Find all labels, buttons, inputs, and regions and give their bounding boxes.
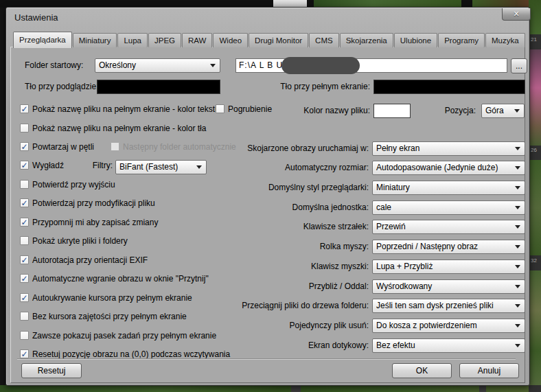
- tab-muzyka[interactable]: Muzyka: [485, 33, 525, 47]
- zoom-label: Przybliż / Oddal:: [212, 279, 369, 294]
- ok-button[interactable]: OK: [392, 363, 452, 378]
- browser-style-label: Domyślny styl przeglądarki:: [212, 181, 369, 195]
- chevron-down-icon: [515, 344, 520, 347]
- chevron-down-icon: [515, 304, 520, 308]
- fullscreen-bg-color-swatch[interactable]: [373, 80, 525, 94]
- tab-jpeg[interactable]: JPEG: [148, 33, 181, 47]
- thumbnail-label: 26: [531, 148, 537, 153]
- thumbnail-label: 21: [531, 37, 537, 43]
- chevron-down-icon: [196, 165, 202, 169]
- tab-ulubione[interactable]: Ulubione: [394, 33, 437, 47]
- chevron-down-icon: [515, 225, 520, 229]
- checkbox-label: Pokaż ukryte pliki i foldery: [32, 236, 128, 246]
- checkbox-reset-position[interactable]: ✓: [20, 349, 29, 358]
- chevron-down-icon: [515, 206, 520, 209]
- checkbox-show-taskbar[interactable]: [20, 331, 29, 340]
- scrollbar-thumb[interactable]: [273, 0, 307, 7]
- position-select[interactable]: Góra: [481, 104, 525, 118]
- startup-folder-select[interactable]: Określony: [95, 58, 220, 73]
- checkbox-confirm-modify[interactable]: ✓: [20, 198, 29, 207]
- photo-thumbnail[interactable]: [529, 49, 541, 146]
- checkbox-label: Powtarzaj w pętli: [32, 142, 94, 152]
- chevron-down-icon: [515, 265, 520, 268]
- photo-thumbnail[interactable]: [529, 160, 541, 255]
- default-unit-label: Domyślna jednostka:: [212, 200, 369, 215]
- chevron-down-icon: [515, 147, 520, 150]
- checkbox-filename-text-color[interactable]: ✓: [20, 104, 29, 113]
- checkbox-no-busy-cursor[interactable]: [20, 312, 29, 321]
- checkbox-remind-save[interactable]: ✓: [20, 218, 29, 227]
- filters-select[interactable]: BiFant (Fastest): [115, 160, 207, 174]
- checkbox-autohide-cursor[interactable]: ✓: [20, 293, 29, 302]
- position-label: Pozycja:: [418, 104, 476, 118]
- tab-przegladarka[interactable]: Przeglądarka: [13, 32, 72, 48]
- checkbox-label: Bez kursora zajętości przy pełnym ekrani…: [32, 312, 187, 322]
- chevron-down-icon: [515, 245, 520, 249]
- checkbox-autorotate-exif[interactable]: ✓: [20, 255, 29, 264]
- checkbox-label: Automatyczne wgranie obrazu w oknie "Prz…: [32, 274, 209, 284]
- checkbox-smooth[interactable]: ✓: [20, 161, 29, 170]
- arrow-keys-label: Klawisze strzałek:: [212, 220, 369, 234]
- tab-miniatury[interactable]: Miniatury: [73, 33, 117, 47]
- checkbox-label: Potwierdzaj przy modyfikacji pliku: [32, 198, 155, 209]
- screen: 21 26 32 Ustawienia ✕ Przeglądarka Minia…: [0, 0, 541, 392]
- tab-skojarzenia[interactable]: Skojarzenia: [340, 33, 393, 47]
- checkbox-auto-load-crop[interactable]: ✓: [20, 274, 29, 283]
- checkbox-confirm-exit[interactable]: [20, 180, 29, 189]
- checkbox-label: Wygładź: [32, 161, 64, 171]
- close-button[interactable]: ✕: [502, 8, 531, 21]
- drag-to-tree-select[interactable]: Jeśli ten sam dysk przenieś pliki: [372, 299, 525, 313]
- checkbox-label: Autorotacja przy orientacji EXIF: [32, 255, 148, 266]
- footer-divider: [17, 358, 516, 360]
- checkbox-label: Autoukrywanie kursora przy pełnym ekrani…: [32, 293, 192, 303]
- background-bottom-strip: [0, 385, 541, 392]
- browser-style-select[interactable]: Miniatury: [372, 181, 525, 195]
- auto-size-label: Automatyczny rozmiar:: [212, 161, 369, 175]
- thumbnail-divider: [479, 385, 486, 392]
- checkbox-label: Pokaż nazwę pliku na pełnym ekranie - ko…: [32, 124, 206, 134]
- single-delete-label: Pojedynczy plik usuń:: [212, 319, 369, 333]
- photo-thumbnail[interactable]: [529, 270, 541, 385]
- mouse-button-label: Klawisz myszki:: [212, 260, 369, 274]
- tab-drugi-monitor[interactable]: Drugi Monitor: [249, 33, 308, 47]
- cancel-button[interactable]: Anuluj: [459, 363, 519, 378]
- checkbox-label: Zawsze pokazuj pasek zadań przy pełnym e…: [32, 331, 216, 341]
- mouse-button-select[interactable]: Lupa + Przybliż: [372, 260, 525, 274]
- fullscreen-bg-label: Tło przy pełnym ekranie:: [178, 80, 370, 94]
- browse-button[interactable]: ...: [511, 58, 527, 73]
- mouse-wheel-select[interactable]: Poprzedni / Następny obraz: [372, 240, 525, 254]
- tab-programy[interactable]: Programy: [438, 33, 485, 47]
- chevron-down-icon: [514, 109, 520, 113]
- thumbnail-divider: [291, 385, 301, 392]
- tab-cms[interactable]: CMS: [309, 33, 339, 47]
- auto-size-select[interactable]: Autodopasowanie (Jedynie duże): [372, 161, 525, 175]
- checkbox-filename-bg-color[interactable]: [20, 124, 29, 132]
- touchscreen-select[interactable]: Bez efektu: [372, 338, 525, 353]
- checkbox-label: Potwierdź przy wyjściu: [32, 180, 115, 190]
- chevron-down-icon: [515, 285, 520, 288]
- checkbox-show-hidden[interactable]: [20, 236, 29, 245]
- startup-folder-path-input[interactable]: F:\A L B U M\: [235, 58, 507, 73]
- default-unit-select[interactable]: cale: [372, 200, 525, 215]
- preview-bg-label: Tło przy podglądzie:: [25, 80, 98, 94]
- mouse-wheel-label: Rolka myszy:: [212, 240, 369, 254]
- tab-lupa[interactable]: Lupa: [117, 33, 148, 47]
- chevron-down-icon: [515, 186, 520, 189]
- reset-button[interactable]: Resetuj: [21, 363, 82, 378]
- filters-label: Filtry:: [71, 161, 113, 171]
- tab-bar: Przeglądarka Miniatury Lupa JPEG RAW Wid…: [13, 31, 526, 47]
- drag-to-tree-label: Przeciągnij pliki do drzewa folderu:: [212, 299, 369, 313]
- chevron-down-icon: [210, 64, 216, 67]
- filename-color-swatch[interactable]: [373, 104, 411, 118]
- arrow-keys-select[interactable]: Przewiń: [372, 220, 525, 234]
- tab-wideo[interactable]: Wideo: [213, 33, 248, 47]
- checkbox-label: Przypomnij mi aby zapisać zmiany: [32, 218, 158, 228]
- assoc-open-select[interactable]: Pełny ekran: [372, 141, 525, 156]
- zoom-select[interactable]: Wyśrodkowany: [372, 279, 525, 294]
- single-delete-select[interactable]: Do kosza z potwierdzeniem: [372, 319, 525, 333]
- tab-raw[interactable]: RAW: [182, 33, 212, 47]
- thumbnail-label: 32: [531, 258, 537, 264]
- checkbox-next-folder: [111, 142, 119, 151]
- checkbox-bold[interactable]: [216, 104, 225, 113]
- checkbox-loop[interactable]: ✓: [20, 142, 29, 151]
